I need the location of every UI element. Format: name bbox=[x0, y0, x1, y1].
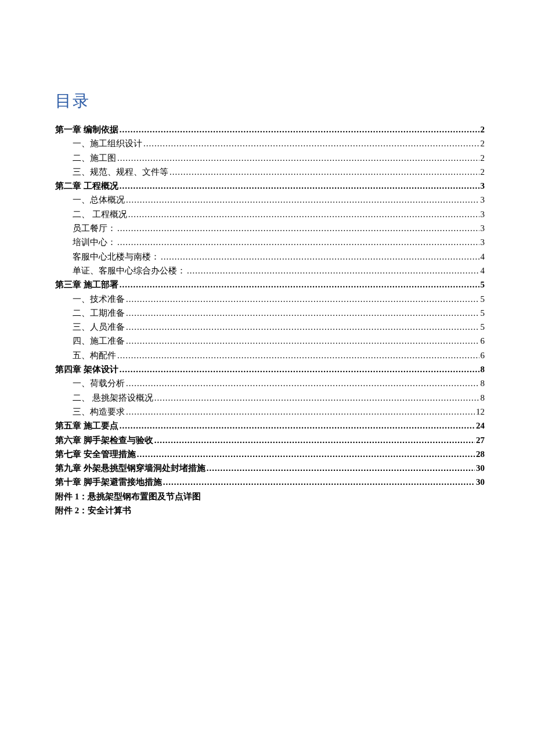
toc-list: 第一章 编制依据 2一、施工组织设计 2二、施工图 2三、规范、规程、文件等 2… bbox=[55, 123, 485, 489]
toc-entry-page: 27 bbox=[476, 433, 485, 447]
toc-entry-text: 第三章 施工部署 bbox=[55, 278, 118, 291]
toc-entry[interactable]: 一、施工组织设计 2 bbox=[55, 136, 485, 150]
toc-entry[interactable]: 三、构造要求 12 bbox=[55, 405, 485, 419]
toc-entry[interactable]: 第二章 工程概况 3 bbox=[55, 179, 485, 193]
toc-dots bbox=[120, 362, 479, 376]
toc-entry[interactable]: 第三章 施工部署 5 bbox=[55, 278, 485, 291]
toc-entry-text: 培训中心： bbox=[73, 235, 116, 249]
toc-entry-text: 单证、客服中心综合办公楼： bbox=[73, 264, 186, 278]
toc-entry[interactable]: 员工餐厅： 3 bbox=[55, 221, 485, 235]
toc-dots bbox=[161, 250, 479, 264]
toc-dots bbox=[126, 405, 475, 419]
toc-dots bbox=[126, 334, 479, 348]
toc-entry-page: 8 bbox=[481, 376, 485, 390]
toc-entry-page: 2 bbox=[481, 123, 485, 136]
toc-dots bbox=[154, 391, 479, 405]
toc-dots bbox=[128, 207, 479, 221]
toc-entry-text: 三、人员准备 bbox=[73, 320, 125, 334]
toc-entry-text: 第五章 施工要点 bbox=[55, 419, 118, 433]
toc-entry-text: 二、 悬挑架搭设概况 bbox=[73, 391, 153, 405]
toc-entry-page: 30 bbox=[476, 461, 485, 475]
toc-dots bbox=[126, 376, 479, 390]
toc-entry-page: 3 bbox=[481, 235, 485, 249]
toc-entry-text: 三、规范、规程、文件等 bbox=[73, 165, 168, 179]
toc-entry-page: 8 bbox=[481, 362, 485, 376]
toc-entry-text: 二、施工图 bbox=[73, 151, 116, 165]
toc-entry-text: 第九章 外架悬挑型钢穿墙洞处封堵措施 bbox=[55, 461, 205, 475]
toc-entry-text: 二、工期准备 bbox=[73, 306, 125, 320]
toc-entry[interactable]: 三、人员准备 5 bbox=[55, 320, 485, 334]
toc-entry-page: 3 bbox=[481, 221, 485, 235]
toc-entry-page: 3 bbox=[481, 207, 485, 221]
toc-entry-text: 第二章 工程概况 bbox=[55, 179, 118, 193]
document-page: 目录 第一章 编制依据 2一、施工组织设计 2二、施工图 2三、规范、规程、文件… bbox=[0, 0, 534, 517]
toc-entry[interactable]: 第五章 施工要点 24 bbox=[55, 419, 485, 433]
toc-entry[interactable]: 一、总体概况 3 bbox=[55, 193, 485, 207]
toc-dots bbox=[126, 320, 479, 334]
toc-entry-text: 一、技术准备 bbox=[73, 292, 125, 306]
toc-entry-page: 5 bbox=[481, 292, 485, 306]
toc-entry-text: 第一章 编制依据 bbox=[55, 123, 118, 136]
toc-dots bbox=[117, 151, 479, 165]
appendix-list: 附件 1：悬挑架型钢布置图及节点详图附件 2：安全计算书 bbox=[55, 489, 485, 518]
toc-entry[interactable]: 第九章 外架悬挑型钢穿墙洞处封堵措施 30 bbox=[55, 461, 485, 475]
toc-entry-text: 一、施工组织设计 bbox=[73, 136, 142, 150]
toc-dots bbox=[163, 475, 475, 489]
toc-dots bbox=[120, 278, 479, 291]
toc-entry[interactable]: 第四章 架体设计 8 bbox=[55, 362, 485, 376]
toc-entry-text: 四、施工准备 bbox=[73, 334, 125, 348]
toc-dots bbox=[117, 221, 479, 235]
toc-entry-page: 4 bbox=[481, 250, 485, 264]
toc-entry-text: 第七章 安全管理措施 bbox=[55, 447, 136, 461]
toc-entry[interactable]: 培训中心： 3 bbox=[55, 235, 485, 249]
toc-entry-page: 2 bbox=[481, 165, 485, 179]
toc-entry[interactable]: 第七章 安全管理措施 28 bbox=[55, 447, 485, 461]
toc-entry[interactable]: 二、 悬挑架搭设概况 8 bbox=[55, 391, 485, 405]
toc-entry-text: 客服中心北楼与南楼： bbox=[73, 250, 160, 264]
toc-entry[interactable]: 第六章 脚手架检查与验收 27 bbox=[55, 433, 485, 447]
toc-entry[interactable]: 二、工期准备 5 bbox=[55, 306, 485, 320]
toc-entry[interactable]: 第一章 编制依据 2 bbox=[55, 123, 485, 136]
toc-entry-page: 5 bbox=[481, 320, 485, 334]
toc-dots bbox=[126, 292, 479, 306]
toc-entry[interactable]: 二、施工图 2 bbox=[55, 151, 485, 165]
toc-entry-page: 5 bbox=[481, 306, 485, 320]
toc-entry-page: 5 bbox=[481, 278, 485, 291]
toc-dots bbox=[120, 123, 479, 136]
toc-entry-page: 8 bbox=[481, 391, 485, 405]
toc-dots bbox=[117, 235, 479, 249]
toc-entry[interactable]: 单证、客服中心综合办公楼： 4 bbox=[55, 264, 485, 278]
toc-entry[interactable]: 四、施工准备 6 bbox=[55, 334, 485, 348]
toc-entry-page: 12 bbox=[476, 405, 485, 419]
toc-entry[interactable]: 第十章 脚手架避雷接地措施 30 bbox=[55, 475, 485, 489]
toc-entry-text: 第十章 脚手架避雷接地措施 bbox=[55, 475, 162, 489]
toc-dots bbox=[117, 348, 479, 362]
toc-entry-text: 第六章 脚手架检查与验收 bbox=[55, 433, 153, 447]
toc-entry-text: 一、荷载分析 bbox=[73, 376, 125, 390]
toc-entry-page: 6 bbox=[481, 348, 485, 362]
toc-entry[interactable]: 客服中心北楼与南楼： 4 bbox=[55, 250, 485, 264]
toc-entry-text: 员工餐厅： bbox=[73, 221, 116, 235]
toc-entry[interactable]: 一、技术准备 5 bbox=[55, 292, 485, 306]
toc-dots bbox=[154, 433, 475, 447]
toc-dots bbox=[187, 264, 479, 278]
toc-entry-page: 2 bbox=[481, 136, 485, 150]
toc-entry[interactable]: 五、构配件 6 bbox=[55, 348, 485, 362]
toc-entry-page: 2 bbox=[481, 151, 485, 165]
toc-entry-text: 一、总体概况 bbox=[73, 193, 125, 207]
toc-dots bbox=[120, 419, 475, 433]
toc-entry[interactable]: 三、规范、规程、文件等 2 bbox=[55, 165, 485, 179]
toc-dots bbox=[126, 193, 479, 207]
toc-appendix: 附件 1：悬挑架型钢布置图及节点详图 bbox=[55, 489, 485, 503]
toc-dots bbox=[143, 136, 479, 150]
toc-appendix: 附件 2：安全计算书 bbox=[55, 503, 485, 517]
toc-entry-page: 3 bbox=[481, 179, 485, 193]
toc-entry-page: 30 bbox=[476, 475, 485, 489]
toc-entry[interactable]: 二、 工程概况 3 bbox=[55, 207, 485, 221]
toc-dots bbox=[126, 306, 479, 320]
toc-dots bbox=[207, 461, 475, 475]
toc-entry-page: 28 bbox=[476, 447, 485, 461]
toc-entry-text: 二、 工程概况 bbox=[73, 207, 127, 221]
toc-entry[interactable]: 一、荷载分析 8 bbox=[55, 376, 485, 390]
toc-entry-page: 6 bbox=[481, 334, 485, 348]
